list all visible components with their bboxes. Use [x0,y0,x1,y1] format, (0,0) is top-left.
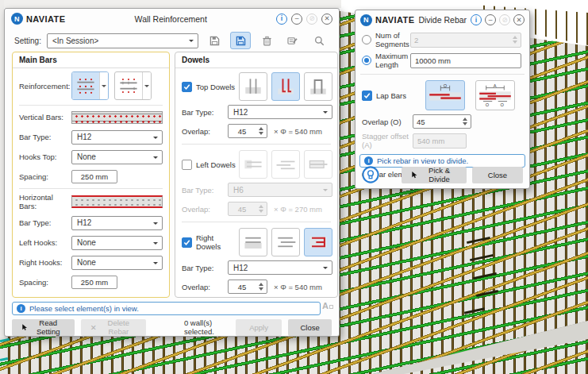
u-dowel-icon [306,75,330,98]
vertical-spacing-input[interactable] [71,170,117,183]
reinforcement-label: Reinforcement: [19,82,71,91]
read-setting-button[interactable]: Read Setting [12,319,75,336]
preview-setting-button[interactable] [309,32,329,49]
left-dowels-checkbox[interactable] [182,160,192,170]
spin-down-icon[interactable] [259,287,263,293]
left-dowel-style-2-button[interactable] [271,150,300,179]
chevron-down-icon [323,267,328,272]
setting-combobox[interactable]: <In Session> [47,33,198,48]
right-dowel-overlap-spinner[interactable] [228,280,267,294]
top-dowel-bar-type-combobox[interactable]: H12 [228,105,332,119]
spin-up-icon[interactable] [259,280,263,286]
naviate-brand: N NAVIATE [11,13,65,25]
chevron-down-icon[interactable] [99,72,108,99]
spin-down-icon[interactable] [463,122,467,128]
right-dowel-bar-type-combobox[interactable]: H12 [228,260,332,275]
spin-down-icon[interactable] [259,132,263,137]
right-dowel-style-3-button[interactable] [304,228,332,256]
close-icon[interactable]: ✕ [321,13,332,25]
save-setting-button[interactable] [204,32,225,49]
divide-dialog-titlebar[interactable]: N NAVIATE Divide Rebar i – ⊘ ✕ [355,10,529,29]
wall-dialog-titlebar[interactable]: N NAVIATE Wall Reinforcement i – ⊘ ✕ [5,9,339,29]
info-icon[interactable]: i [471,14,482,25]
left-dowel-style-3-button[interactable] [304,150,332,179]
right-dowel-style-2-button[interactable] [271,228,300,256]
revit-canvas: N NAVIATE Wall Reinforcement i – ⊘ ✕ Set… [0,0,588,374]
top-dowel-overlap-input[interactable] [229,125,256,137]
hooks-top-combobox[interactable]: None [71,150,163,164]
minimize-icon[interactable]: – [485,14,496,25]
top-dowels-checkbox[interactable] [182,82,192,92]
top-dowels-label: Top Dowels [196,83,235,91]
right-hooks-value: None [77,258,96,267]
lap-style-uniform-button[interactable]: O [425,80,465,110]
magnifier-icon [314,36,325,46]
horizontal-bar-type-combobox[interactable]: H12 [71,216,163,230]
top-dowel-style-2-button[interactable] [271,72,300,101]
overlap-spinner[interactable] [413,114,471,129]
save-as-setting-button[interactable] [230,32,251,49]
horizontal-spacing-input[interactable] [71,276,117,289]
close-button[interactable]: Close [472,167,523,183]
right-dowels-block: Right Dowels Bar Type: [175,224,337,298]
close-button[interactable]: Close [288,319,332,336]
left-hooks-combobox[interactable]: None [71,236,163,250]
overlap-label: Overlap: [182,283,228,291]
left-dowels-label: Left Dowels [196,160,236,169]
tip-lightbulb-icon[interactable] [362,166,379,183]
right-hooks-combobox[interactable]: None [71,256,163,270]
spin-up-icon[interactable] [463,115,467,121]
maximum-length-label: Maximum Length [375,52,410,69]
left-dowel-style-1-button[interactable] [239,150,267,179]
left-dowel-overlap-input [229,202,256,215]
spacing-label: Spacing: [19,278,71,287]
reinforcement-option-2-button[interactable] [114,71,152,100]
left-dowel-bar-type-combobox: H6 [228,183,332,197]
maximum-length-radio[interactable] [362,56,371,65]
bar-type-label: Bar Type: [182,264,228,272]
top-dowel-overlap-spinner[interactable] [228,124,267,138]
top-dowel-style-3-button[interactable] [304,72,332,101]
num-of-segments-label: Num of Segments [375,31,410,48]
apply-button[interactable]: Apply [236,319,282,336]
svg-text:O: O [501,102,505,107]
spin-up-icon[interactable] [259,125,263,130]
lap-staggered-icon: A O O [477,83,513,108]
rename-setting-button[interactable] [282,32,303,49]
pick-and-divide-button[interactable]: Pick & Divide [402,167,467,183]
hooked-dowel-red-icon [274,75,298,98]
brand-text: NAVIATE [375,15,414,25]
info-icon: i [17,304,25,313]
left-dowels-block: Left Dowels Bar Type: [175,146,337,220]
lap-bars-checkbox[interactable] [362,91,372,101]
num-of-segments-radio[interactable] [362,35,371,44]
bar-type-label: Bar Type: [182,108,228,117]
lap-style-staggered-button[interactable]: A O O [475,80,515,110]
info-icon[interactable]: i [276,13,287,25]
overlap-input[interactable] [413,115,459,128]
divide-rebar-dialog: N NAVIATE Divide Rebar i – ⊘ ✕ Num of Se… [355,10,530,189]
maximum-length-input[interactable] [410,53,521,68]
svg-text:O: O [444,83,448,88]
delete-rebar-button[interactable]: ✕ Delete Rebar [81,319,146,336]
right-dowel-overlap-input[interactable] [229,280,256,293]
delete-setting-button[interactable] [256,32,277,49]
two-layer-ticks-icon [117,74,140,98]
minimize-icon[interactable]: – [291,13,302,25]
chevron-down-icon[interactable] [142,72,151,99]
floppy-blue-icon [236,36,246,46]
top-dowel-style-1-button[interactable] [239,72,267,101]
horizontal-bars-preview [71,195,163,208]
right-dowels-checkbox[interactable] [182,237,192,248]
right-dowel-formula: × Φ = 540 mm [274,283,322,291]
straight-dowel-gray-icon [241,152,265,176]
main-bars-title: Main Bars [13,52,169,68]
bar-type-label: Bar Type: [19,218,71,227]
vertical-bar-type-combobox[interactable]: H12 [71,130,163,145]
right-dowel-style-1-button[interactable] [239,228,267,256]
svg-text:A: A [494,83,497,88]
right-hooks-label: Right Hooks: [19,258,71,267]
left-hooks-value: None [77,238,96,247]
close-icon[interactable]: ✕ [513,14,525,25]
reinforcement-option-1-button[interactable] [71,71,109,100]
